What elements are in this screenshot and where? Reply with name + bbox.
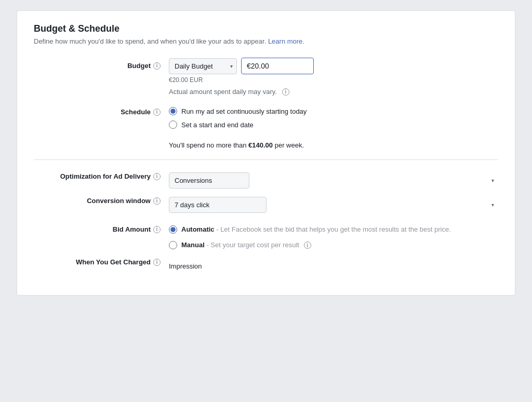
- schedule-radio-group: Run my ad set continuously starting toda…: [169, 104, 498, 129]
- budget-row: Budget i Daily Budget Lifetime Budget ▾ …: [34, 58, 498, 96]
- optimization-chevron-icon: ▾: [491, 178, 494, 183]
- optimization-select-wrapper[interactable]: Conversions Link Clicks Impressions Dail…: [169, 172, 498, 189]
- bid-amount-info-icon[interactable]: i: [153, 226, 161, 233]
- daily-note-text: Actual amount spent daily may vary.: [169, 88, 277, 96]
- section-divider: [34, 159, 498, 160]
- charged-row: When You Get Charged i Impression: [34, 258, 498, 270]
- optimization-label: Optimization for Ad Delivery: [60, 172, 151, 180]
- budget-currency-note: €20.00 EUR: [169, 76, 498, 84]
- charged-info-icon[interactable]: i: [153, 259, 161, 266]
- conversion-window-info-icon[interactable]: i: [153, 197, 161, 205]
- budget-type-select[interactable]: Daily Budget Lifetime Budget: [169, 58, 237, 74]
- bid-automatic-option[interactable]: Automatic - Let Facebook set the bid tha…: [169, 224, 498, 235]
- weekly-amount: €140.00: [248, 141, 273, 149]
- schedule-radio-dates[interactable]: [169, 120, 177, 129]
- schedule-label: Schedule: [121, 108, 151, 116]
- conversion-window-row: Conversion window i 1 day click 7 days c…: [34, 197, 498, 213]
- learn-more-link[interactable]: Learn more.: [268, 37, 304, 45]
- conversion-window-select-wrapper[interactable]: 1 day click 7 days click 1 day click or …: [169, 197, 498, 213]
- conversion-window-chevron-icon: ▾: [491, 202, 494, 208]
- bid-options-group: Automatic - Let Facebook set the bid tha…: [169, 221, 498, 250]
- bid-manual-radio[interactable]: [169, 241, 177, 249]
- schedule-row: Schedule i Run my ad set continuously st…: [34, 104, 498, 149]
- budget-type-select-wrapper[interactable]: Daily Budget Lifetime Budget ▾: [169, 58, 237, 74]
- optimization-info-icon[interactable]: i: [153, 173, 161, 180]
- page-subtitle: Define how much you'd like to spend, and…: [34, 37, 498, 45]
- budget-schedule-card: Budget & Schedule Define how much you'd …: [17, 10, 515, 296]
- conversion-window-label: Conversion window: [87, 197, 151, 205]
- budget-amount-input[interactable]: [241, 58, 314, 74]
- schedule-info-icon[interactable]: i: [153, 109, 161, 116]
- page-title: Budget & Schedule: [34, 23, 498, 34]
- bid-amount-row: Bid Amount i Automatic - Let Facebook se…: [34, 221, 498, 250]
- optimization-row: Optimization for Ad Delivery i Conversio…: [34, 172, 498, 189]
- budget-label: Budget: [127, 62, 151, 70]
- optimization-select[interactable]: Conversions Link Clicks Impressions Dail…: [169, 172, 249, 189]
- bid-automatic-radio[interactable]: [169, 225, 177, 234]
- bid-amount-label: Bid Amount: [113, 225, 151, 233]
- bid-manual-option[interactable]: Manual - Set your target cost per result…: [169, 240, 498, 250]
- charged-value: Impression: [169, 258, 498, 270]
- daily-note-info-icon[interactable]: i: [282, 88, 289, 96]
- schedule-option-continuous[interactable]: Run my ad set continuously starting toda…: [169, 107, 498, 115]
- schedule-option-dates[interactable]: Set a start and end date: [169, 120, 498, 129]
- conversion-window-select[interactable]: 1 day click 7 days click 1 day click or …: [169, 197, 267, 213]
- budget-info-icon[interactable]: i: [153, 62, 161, 70]
- schedule-radio-continuous[interactable]: [169, 107, 177, 115]
- manual-bid-info-icon[interactable]: i: [304, 242, 311, 249]
- charged-label: When You Get Charged: [76, 258, 151, 266]
- weekly-note: You'll spend no more than €140.00 per we…: [169, 139, 498, 149]
